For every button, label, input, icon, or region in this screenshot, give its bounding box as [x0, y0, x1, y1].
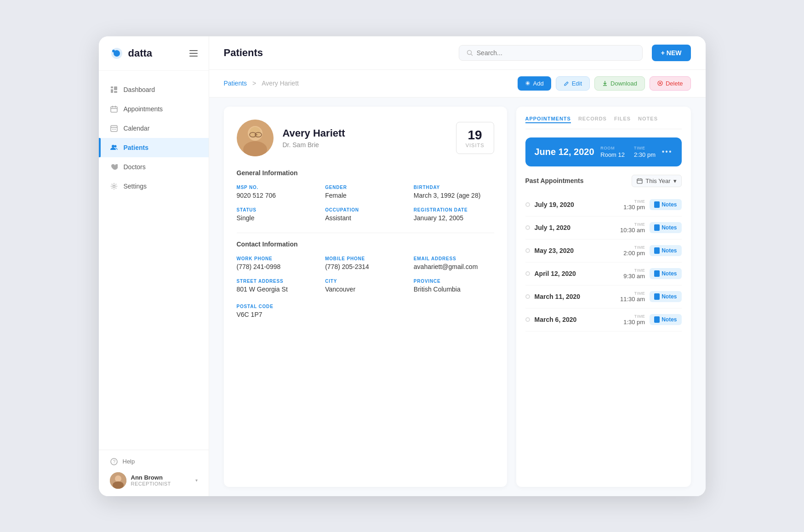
download-button[interactable]: Download [594, 76, 645, 91]
status-label: STATUS [237, 207, 317, 212]
patient-doctor: Dr. Sam Brie [283, 141, 447, 149]
year-filter[interactable]: This Year ▾ [632, 175, 681, 187]
appointment-item-2: May 23, 2020 TIME 2:00 pm Notes [525, 240, 682, 263]
appt-time-0: TIME 1:30 pm [623, 199, 645, 211]
add-icon [525, 80, 530, 86]
upcoming-date: June 12, 2020 [535, 147, 594, 157]
sidebar-item-appointments[interactable]: Appointments [99, 99, 209, 119]
sidebar-item-settings[interactable]: Settings [99, 177, 209, 196]
appt-time-value-1: 10:30 am [620, 227, 645, 234]
city-label: CITY [325, 279, 405, 284]
contact-info-grid: WORK PHONE (778) 241-0998 MOBILE PHONE (… [237, 256, 494, 293]
patient-card: Avery Hariett Dr. Sam Brie 19 VISITS Gen… [224, 107, 507, 487]
notes-icon-2 [654, 247, 660, 254]
svg-point-17 [114, 145, 116, 147]
svg-point-14 [114, 129, 114, 130]
street-field: STREET ADDRESS 801 W Georgia St [237, 279, 317, 293]
tab-appointments[interactable]: APPOINTMENTS [525, 116, 571, 123]
user-section[interactable]: Ann Brown Receptionist ▾ [110, 472, 198, 489]
svg-point-13 [112, 129, 113, 130]
user-info: Ann Brown Receptionist [131, 474, 191, 486]
edit-icon [564, 80, 569, 86]
appt-date-1: July 1, 2020 [535, 224, 616, 231]
search-input[interactable] [477, 49, 635, 57]
msp-field: MSP NO. 9020 512 706 [237, 185, 317, 199]
general-info-title: General Information [237, 169, 494, 177]
gender-value: Female [325, 192, 405, 199]
edit-button[interactable]: Edit [556, 76, 590, 91]
divider [237, 233, 494, 233]
notes-icon-3 [654, 270, 660, 277]
appointments-icon [110, 105, 118, 113]
email-value: avahariett@gmail.com [414, 263, 494, 270]
notes-button-3[interactable]: Notes [650, 268, 681, 279]
room-value: Room 12 [600, 151, 625, 158]
tab-notes[interactable]: NOTES [638, 116, 658, 123]
notes-icon-0 [654, 201, 660, 208]
sidebar-item-patients[interactable]: Patients [99, 138, 209, 157]
appt-time-value-4: 11:30 am [620, 296, 645, 303]
postal-grid: POSTAL CODE V6C 1P7 [237, 304, 494, 318]
appt-time-label-4: TIME [634, 291, 645, 296]
appt-time-value-0: 1:30 pm [623, 204, 645, 211]
sidebar-item-doctors[interactable]: Doctors [99, 157, 209, 177]
sidebar-item-dashboard[interactable]: Dashboard [99, 80, 209, 99]
breadcrumb-parent[interactable]: Patients [224, 80, 247, 87]
download-icon [602, 80, 608, 86]
occupation-value: Assistant [325, 214, 405, 222]
notes-button-4[interactable]: Notes [650, 291, 681, 302]
appt-date-5: March 6, 2020 [535, 316, 619, 323]
appt-time-value-5: 1:30 pm [623, 319, 645, 326]
doctors-icon [110, 163, 118, 171]
occupation-field: OCCUPATION Assistant [325, 207, 405, 222]
svg-point-22 [115, 475, 121, 482]
msp-value: 9020 512 706 [237, 192, 317, 199]
appt-time-2: TIME 2:00 pm [623, 245, 645, 257]
user-role: Receptionist [131, 481, 191, 486]
search-bar[interactable] [459, 45, 643, 61]
svg-point-16 [112, 145, 114, 148]
tab-files[interactable]: FILES [614, 116, 631, 123]
chevron-down-icon: ▾ [195, 478, 198, 483]
notes-button-2[interactable]: Notes [650, 245, 681, 256]
upcoming-appointment-card: June 12, 2020 ROOM Room 12 TIME 2:30 pm … [525, 137, 682, 166]
sidebar-item-dashboard-label: Dashboard [124, 86, 155, 93]
upcoming-time-value: 2:30 pm [634, 151, 656, 158]
province-field: PROVINCE British Columbia [414, 279, 494, 293]
city-value: Vancouver [325, 286, 405, 293]
notes-button-1[interactable]: Notes [650, 222, 681, 233]
appt-dot-5 [525, 317, 530, 322]
notes-button-5[interactable]: Notes [650, 314, 681, 325]
breadcrumb-bar: Patients > Avery Hariett Add Edit [209, 70, 706, 97]
notes-button-0[interactable]: Notes [650, 199, 681, 210]
new-button[interactable]: + NEW [652, 45, 691, 61]
delete-button[interactable]: Delete [650, 76, 691, 91]
birthday-value: March 3, 1992 (age 28) [414, 192, 494, 199]
svg-rect-7 [111, 107, 117, 112]
svg-rect-11 [111, 126, 117, 132]
year-filter-chevron: ▾ [673, 177, 677, 184]
appt-time-5: TIME 1:30 pm [623, 314, 645, 326]
hamburger-icon[interactable] [189, 50, 198, 57]
dashboard-icon [110, 86, 118, 94]
appt-dot-3 [525, 271, 530, 276]
svg-point-2 [112, 50, 115, 52]
work-phone-label: WORK PHONE [237, 256, 317, 261]
appointment-item-5: March 6, 2020 TIME 1:30 pm Notes [525, 309, 682, 332]
logo-icon [110, 46, 124, 60]
appt-time-4: TIME 11:30 am [620, 291, 645, 303]
patient-avatar [237, 120, 274, 156]
tab-records[interactable]: RECORDS [578, 116, 607, 123]
appt-time-label-5: TIME [634, 314, 645, 319]
visits-box: 19 VISITS [456, 122, 494, 154]
more-options-icon[interactable]: ••• [662, 148, 673, 156]
visits-number: 19 [466, 128, 485, 143]
help-item[interactable]: ? Help [110, 458, 198, 466]
svg-point-23 [113, 481, 124, 489]
patients-icon [110, 143, 118, 152]
sidebar-item-calendar[interactable]: Calendar [99, 119, 209, 138]
add-button[interactable]: Add [518, 76, 551, 91]
calendar-icon [110, 124, 118, 132]
mobile-phone-value: (778) 205-2314 [325, 263, 405, 270]
content-area: Avery Hariett Dr. Sam Brie 19 VISITS Gen… [209, 97, 706, 496]
